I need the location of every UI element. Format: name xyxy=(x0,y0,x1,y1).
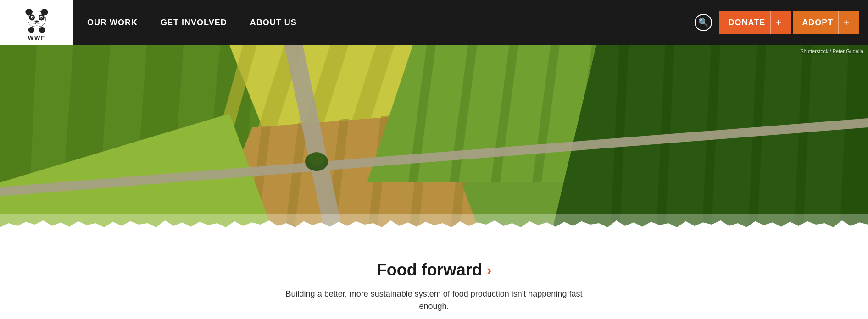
content-section: Food forward › Building a better, more s… xyxy=(0,237,868,319)
search-icon: 🔍 xyxy=(695,14,712,31)
adopt-button[interactable]: ADOPT + xyxy=(793,11,859,34)
adopt-plus-icon: + xyxy=(838,11,850,34)
svg-point-7 xyxy=(32,16,33,18)
hero-background: Shutterstock / Peter Gudella xyxy=(0,45,868,237)
nav-get-involved[interactable]: GET INVOLVED xyxy=(161,18,227,28)
wwf-label: WWF xyxy=(28,34,45,41)
panda-logo-icon xyxy=(21,4,53,33)
svg-point-9 xyxy=(34,20,39,22)
nav-about-us[interactable]: ABOUT US xyxy=(250,18,297,28)
svg-point-12 xyxy=(39,27,45,33)
search-button[interactable]: 🔍 xyxy=(695,14,712,31)
food-forward-arrow-icon: › xyxy=(487,262,492,279)
svg-point-11 xyxy=(28,27,34,33)
donate-button[interactable]: DONATE + xyxy=(719,11,791,34)
adopt-label: ADOPT xyxy=(802,18,833,28)
hero-fields-illustration xyxy=(0,45,868,237)
photo-credit: Shutterstock / Peter Gudella xyxy=(800,49,863,54)
food-forward-text: Food forward xyxy=(377,260,482,280)
svg-point-1 xyxy=(25,9,33,15)
logo-container[interactable]: WWF xyxy=(0,0,73,45)
svg-point-51 xyxy=(308,152,325,165)
main-nav: OUR WORK GET INVOLVED ABOUT US xyxy=(73,0,695,45)
food-forward-subtitle: Building a better, more sustainable syst… xyxy=(273,288,595,313)
hero-section: Shutterstock / Peter Gudella xyxy=(0,45,868,237)
donate-label: DONATE xyxy=(729,18,766,28)
header-actions: 🔍 DONATE + ADOPT + xyxy=(695,0,868,45)
site-header: WWF OUR WORK GET INVOLVED ABOUT US 🔍 DON… xyxy=(0,0,868,45)
svg-point-2 xyxy=(41,9,48,15)
food-forward-title[interactable]: Food forward › xyxy=(9,260,859,280)
nav-our-work[interactable]: OUR WORK xyxy=(87,18,138,28)
svg-point-8 xyxy=(40,16,42,18)
donate-plus-icon: + xyxy=(770,11,782,34)
